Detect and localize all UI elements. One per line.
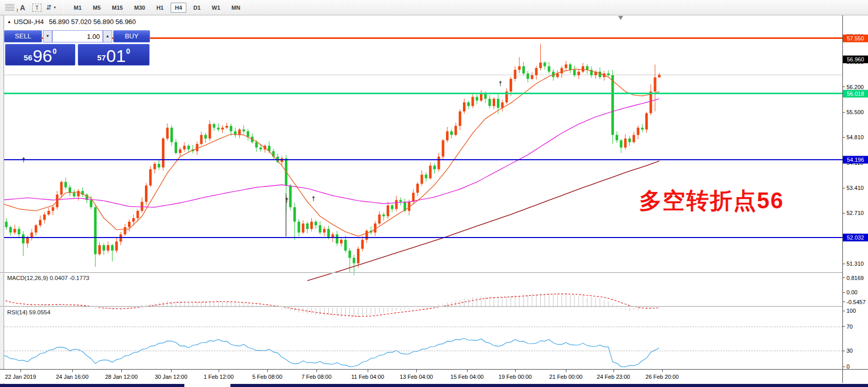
time-tick [662, 370, 663, 372]
arrow-mark-object[interactable]: † [498, 79, 502, 87]
sell-price-display[interactable]: 56960 [5, 44, 75, 66]
time-tick-label: 26 Feb 20:00 [646, 374, 679, 380]
macd-tick [843, 277, 845, 278]
time-axis[interactable]: 22 Jan 201924 Jan 16:0028 Jan 12:0030 Ja… [0, 370, 868, 383]
price-tick [843, 213, 845, 213]
price-tick [843, 264, 845, 264]
price-tick-label: 54.810 [846, 134, 864, 140]
time-tick-label: 11 Feb 04:00 [351, 374, 384, 380]
buy-price-big: 01 [107, 48, 126, 63]
tf-button-m15[interactable]: M15 [108, 3, 127, 13]
buy-price-display[interactable]: 57010 [78, 44, 150, 66]
rsi-tick [843, 326, 845, 327]
macd-signal-layer [2, 294, 659, 316]
time-tick-label: 5 Feb 08:00 [252, 374, 283, 380]
price-tick-label: 51.310 [846, 261, 864, 267]
rsi-axis-label: 70 [846, 324, 853, 330]
tf-button-h1[interactable]: H1 [152, 3, 167, 13]
tf-button-m30[interactable]: M30 [130, 3, 149, 13]
tab-strip-segment[interactable] [230, 384, 868, 387]
chart-shift-marker[interactable] [618, 16, 623, 20]
time-tick [171, 370, 172, 372]
macd-tick [843, 292, 845, 293]
price-badge-52.032: 52.032 [843, 234, 868, 242]
time-tick-label: 22 Jan 2019 [5, 374, 36, 380]
price-badge-56.018: 56.018 [843, 90, 868, 97]
sell-price-sup: 0 [53, 47, 57, 55]
price-tick [843, 137, 845, 138]
time-tick [20, 370, 21, 372]
price-badge-57.550: 57.550 [843, 34, 868, 42]
price-tick-label: 52.710 [846, 210, 864, 216]
time-tick-label: 15 Feb 04:00 [451, 374, 484, 380]
tf-button-m1[interactable]: M1 [70, 3, 86, 13]
macd-tick [843, 302, 845, 302]
buy-price-small: 57 [97, 53, 106, 62]
indicators-icon[interactable]: f [1, 2, 14, 13]
rsi-level-70 [4, 327, 842, 327]
time-tick [72, 370, 73, 372]
arrow-mark-object[interactable]: † [22, 156, 25, 163]
volume-input[interactable] [52, 30, 103, 42]
rsi-line-layer [2, 338, 659, 367]
time-tick-label: 1 Feb 12:00 [204, 374, 234, 380]
time-tick-label: 24 Feb 23:00 [597, 374, 630, 380]
rsi-level-30 [4, 351, 842, 351]
indicator-grid-icon: f [5, 4, 14, 11]
price-tick-label: 55.500 [846, 109, 864, 115]
rsi-tick [843, 367, 845, 367]
time-tick-label: 30 Jan 12:00 [155, 374, 187, 380]
price-tick [843, 188, 845, 188]
hline-object-54.196[interactable] [4, 159, 842, 160]
toolbar-separator [63, 2, 64, 13]
font-icon[interactable]: A [16, 2, 29, 13]
text-label-icon[interactable]: T [31, 2, 43, 13]
time-tick [267, 370, 268, 372]
time-tick [219, 370, 219, 372]
tf-button-w1[interactable]: W1 [208, 3, 225, 13]
tf-button-d1[interactable]: D1 [189, 3, 205, 13]
price-badge-56.960: 56.960 [843, 56, 868, 63]
buy-price-sup: 0 [126, 47, 130, 55]
rsi-tick [843, 311, 845, 311]
rsi-axis-label: 100 [846, 308, 856, 314]
time-tick [566, 370, 566, 372]
pane-separator-macd[interactable] [0, 272, 868, 273]
one-click-trade-panel: SELL ▼ ▲ BUY 56960 57010 [4, 30, 150, 66]
macd-label: MACD(12,26,9) 0.0407 -0.1773 [7, 275, 89, 281]
chevron-down-icon: ▾ [54, 5, 56, 10]
time-tick [121, 370, 122, 372]
price-tick-label: 53.410 [846, 185, 864, 191]
tf-button-mn[interactable]: MN [227, 3, 244, 13]
volume-decrease-button[interactable]: ▼ [43, 30, 52, 42]
arrow-mark-object[interactable]: † [285, 196, 288, 204]
sell-price-big: 96 [33, 48, 52, 63]
collapse-panel-icon[interactable]: ▲ [7, 19, 11, 24]
hline-object-52.032[interactable] [4, 237, 842, 238]
tf-button-m5[interactable]: M5 [89, 3, 104, 13]
rsi-axis-label: 30 [846, 348, 853, 354]
price-badge-54.196: 54.196 [843, 156, 868, 163]
tf-button-h4-active[interactable]: H4 [171, 3, 186, 13]
time-axis-border [0, 369, 868, 370]
window-left-frame [0, 15, 4, 387]
ohlc-values: 56.890 57.020 56.890 56.960 [49, 18, 136, 26]
time-tick [368, 370, 368, 372]
time-tick-label: 28 Jan 12:00 [105, 374, 138, 380]
price-axis[interactable]: 57.60056.90056.20055.50054.81054.11053.4… [843, 15, 868, 383]
time-tick [613, 370, 614, 372]
rsi-label: RSI(14) 59.0554 [7, 309, 50, 315]
buy-button[interactable]: BUY [113, 30, 150, 42]
volume-increase-button[interactable]: ▲ [103, 30, 112, 42]
arrow-mark-object[interactable]: † [311, 195, 315, 202]
symbol-title: USOil-,H4 [14, 18, 44, 26]
macd-axis-label: -0.5457 [846, 299, 865, 305]
tab-strip-segment[interactable] [0, 384, 184, 387]
arrows-tool-icon[interactable]: ⇵ ▾ [45, 2, 57, 13]
time-tick [515, 370, 516, 372]
toolbar: f A T ⇵ ▾ M1 M5 M15 M30 H1 H4 D1 W1 MN [0, 0, 868, 15]
hline-object-56.018[interactable] [4, 93, 842, 94]
pane-separator-rsi[interactable] [0, 306, 868, 307]
chart-annotation-text[interactable]: 多空转折点56 [639, 186, 784, 216]
sell-button[interactable]: SELL [4, 30, 42, 42]
